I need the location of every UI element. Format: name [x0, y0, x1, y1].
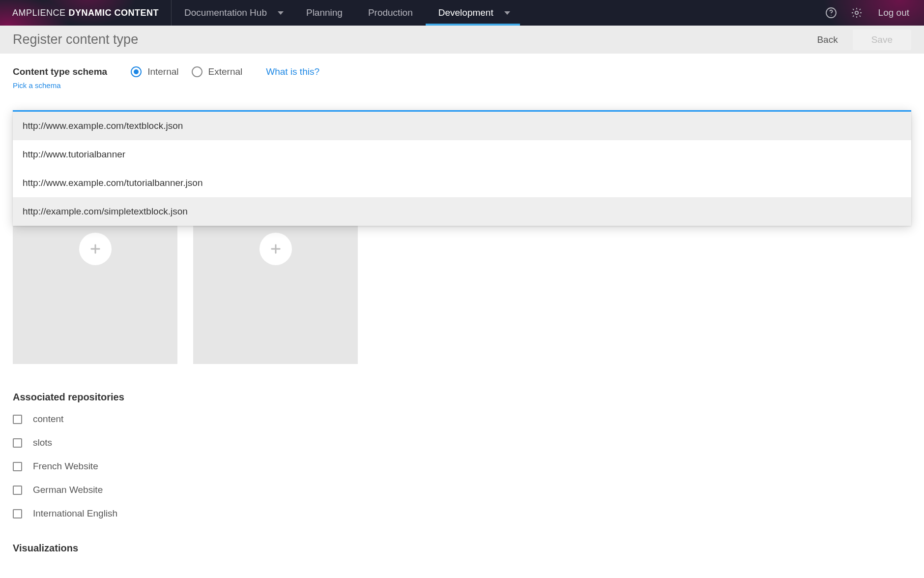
repo-checkbox[interactable] [13, 438, 22, 448]
associated-repositories-heading: Associated repositories [13, 392, 911, 403]
svg-point-1 [831, 15, 832, 16]
radio-icon [131, 66, 142, 77]
repo-label: slots [33, 437, 52, 448]
help-icon [825, 7, 837, 19]
repo-checkbox[interactable] [13, 509, 22, 518]
repo-checkbox[interactable] [13, 415, 22, 424]
brand-bold: DYNAMIC CONTENT [69, 8, 159, 18]
pick-schema-link[interactable]: Pick a schema [13, 81, 911, 90]
page-title: Register content type [13, 32, 138, 47]
radio-icon [192, 66, 202, 77]
repo-label: content [33, 414, 63, 425]
tab-development[interactable]: Development [426, 0, 520, 26]
schema-row: Content type schema Internal External Wh… [13, 66, 911, 77]
hub-dropdown[interactable]: Documentation Hub [172, 0, 293, 26]
what-is-this-link[interactable]: What is this? [266, 66, 319, 77]
schema-option[interactable]: http://www.tutorialbanner [13, 140, 911, 169]
add-card-button[interactable] [260, 233, 292, 265]
schema-label: Content type schema [13, 66, 107, 77]
repo-label: German Website [33, 485, 103, 495]
repo-checklist: content slots French Website German Webs… [13, 414, 911, 519]
gear-icon [851, 7, 863, 19]
plus-icon [88, 242, 102, 256]
tab-planning-label: Planning [306, 7, 343, 18]
schema-option[interactable]: http://example.com/simpletextblock.json [13, 197, 911, 226]
save-button: Save [853, 30, 911, 50]
chevron-down-icon [504, 11, 510, 15]
radio-external[interactable]: External [192, 66, 243, 77]
add-card-button[interactable] [79, 233, 112, 265]
repo-row: French Website [13, 461, 911, 472]
radio-internal[interactable]: Internal [131, 66, 178, 77]
schema-dropdown: http://www.example.com/textblock.json ht… [13, 110, 911, 226]
settings-button[interactable] [844, 0, 869, 26]
radio-internal-label: Internal [147, 66, 178, 77]
hub-label: Documentation Hub [184, 7, 267, 18]
chevron-down-icon [278, 11, 284, 15]
logout-link[interactable]: Log out [869, 0, 924, 26]
tab-production-label: Production [368, 7, 413, 18]
top-nav: AMPLIENCE DYNAMIC CONTENT Documentation … [0, 0, 924, 26]
page-header: Register content type Back Save [0, 26, 924, 54]
tab-planning[interactable]: Planning [293, 0, 355, 26]
repo-checkbox[interactable] [13, 462, 22, 471]
tab-production[interactable]: Production [355, 0, 426, 26]
plus-icon [269, 242, 283, 256]
repo-row: German Website [13, 485, 911, 495]
logout-label: Log out [878, 7, 909, 18]
repo-row: International English [13, 508, 911, 519]
repo-label: French Website [33, 461, 98, 472]
brand-light: AMPLIENCE [12, 8, 66, 18]
repo-label: International English [33, 508, 117, 519]
nav-spacer [520, 0, 818, 26]
svg-point-2 [855, 11, 858, 14]
repo-row: content [13, 414, 911, 425]
page-actions: Back Save [817, 30, 911, 50]
tab-development-label: Development [438, 7, 493, 18]
schema-radio-group: Internal External [131, 66, 242, 77]
schema-option[interactable]: http://www.example.com/textblock.json [13, 112, 911, 140]
repo-row: slots [13, 437, 911, 448]
back-button[interactable]: Back [817, 34, 837, 45]
repo-checkbox[interactable] [13, 486, 22, 495]
help-button[interactable] [818, 0, 844, 26]
brand-logo: AMPLIENCE DYNAMIC CONTENT [0, 0, 172, 26]
visualizations-heading: Visualizations [13, 543, 911, 554]
schema-option[interactable]: http://www.example.com/tutorialbanner.js… [13, 169, 911, 197]
radio-external-label: External [208, 66, 243, 77]
